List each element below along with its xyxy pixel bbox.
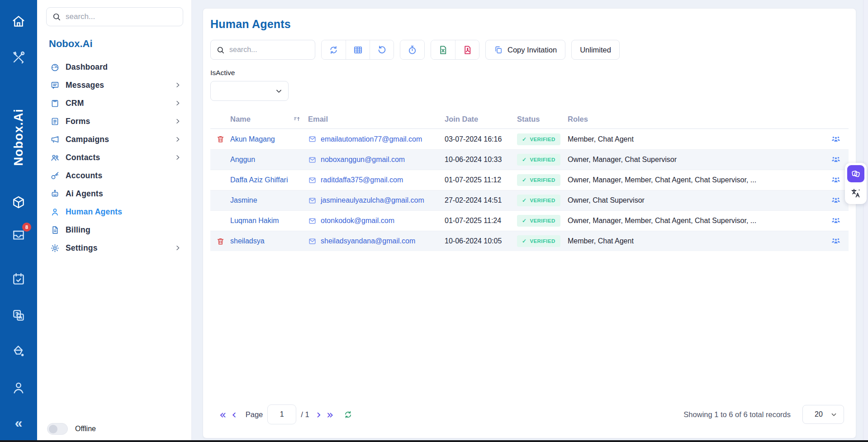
home-icon[interactable] bbox=[10, 13, 27, 30]
status-badge: ✓VERIFIED bbox=[517, 133, 560, 145]
sidebar-item-ai-agents[interactable]: Ai Agents bbox=[46, 185, 183, 203]
next-page-button[interactable]: › bbox=[314, 409, 324, 420]
refresh-button[interactable] bbox=[322, 40, 346, 59]
sidebar-item-dashboard[interactable]: Dashboard bbox=[46, 58, 183, 76]
status-badge: ✓VERIFIED bbox=[517, 195, 560, 206]
mail-icon bbox=[308, 176, 317, 185]
agent-email: jasmineaulyazulcha@gmail.com bbox=[321, 196, 424, 204]
status-badge: ✓VERIFIED bbox=[517, 174, 560, 186]
manage-roles-button[interactable] bbox=[830, 235, 842, 247]
translate-page-button[interactable] bbox=[847, 185, 864, 202]
delete-agent-button[interactable] bbox=[215, 236, 226, 247]
forms-icon bbox=[50, 116, 60, 126]
table-search-input[interactable] bbox=[229, 46, 309, 54]
human-agents-icon bbox=[50, 207, 60, 217]
sidebar-item-label: Contacts bbox=[66, 153, 100, 162]
columns-button[interactable] bbox=[346, 40, 370, 59]
sidebar-item-crm[interactable]: CRM bbox=[46, 94, 183, 112]
column-header-name[interactable]: Name bbox=[230, 115, 308, 124]
sidebar-item-human-agents[interactable]: Human Agents bbox=[46, 203, 183, 221]
sidebar-search[interactable] bbox=[46, 7, 183, 26]
isactive-select[interactable] bbox=[210, 81, 289, 101]
sidebar-item-messages[interactable]: Messages bbox=[46, 76, 183, 94]
agent-name-link[interactable]: Anggun bbox=[230, 156, 255, 163]
page-label: Page bbox=[246, 410, 263, 419]
manage-roles-button[interactable] bbox=[830, 195, 842, 206]
sidebar-item-contacts[interactable]: Contacts bbox=[46, 148, 183, 166]
inbox-icon[interactable]: 8 bbox=[10, 226, 27, 243]
reset-button[interactable] bbox=[370, 40, 394, 59]
collapse-sidebar-icon[interactable]: « bbox=[10, 414, 27, 432]
campaigns-icon bbox=[50, 134, 60, 144]
auto-refresh-button[interactable] bbox=[400, 40, 424, 59]
agent-roles: Owner, Manager, Chat Supervisor bbox=[568, 156, 823, 164]
messages-icon bbox=[50, 80, 60, 90]
page-scrollbar[interactable] bbox=[863, 0, 868, 442]
agent-email: noboxanggun@gmail.com bbox=[321, 156, 405, 164]
agent-name-link[interactable]: Jasmine bbox=[230, 196, 257, 204]
app-widget-button[interactable] bbox=[847, 165, 864, 182]
translate-icon[interactable] bbox=[10, 307, 27, 324]
offline-toggle[interactable] bbox=[47, 423, 68, 435]
app-widget-icon bbox=[850, 168, 861, 179]
sidebar-menu: DashboardMessagesCRMFormsCampaignsContac… bbox=[46, 58, 183, 257]
first-page-button[interactable]: « bbox=[217, 409, 229, 420]
column-header-join-date: Join Date bbox=[445, 115, 517, 124]
crm-icon bbox=[50, 98, 60, 108]
sidebar-item-forms[interactable]: Forms bbox=[46, 112, 183, 130]
agent-name-link[interactable]: Daffa Aziz Ghiffari bbox=[230, 176, 288, 184]
page-size-select[interactable]: 20 bbox=[802, 405, 844, 424]
sidebar-item-label: CRM bbox=[66, 99, 84, 108]
tools-icon[interactable] bbox=[10, 49, 27, 66]
calendar-check-icon[interactable] bbox=[10, 271, 27, 288]
join-date: 03-07-2024 16:16 bbox=[445, 135, 517, 143]
sidebar-item-settings[interactable]: Settings bbox=[46, 239, 183, 257]
delete-agent-button[interactable] bbox=[215, 134, 226, 144]
sidebar-item-label: Billing bbox=[66, 225, 90, 235]
column-header-status: Status bbox=[517, 115, 568, 124]
offline-row: Offline bbox=[47, 423, 96, 435]
sidebar-item-label: Human Agents bbox=[66, 207, 122, 217]
last-page-button[interactable]: » bbox=[324, 409, 336, 420]
unlimited-button[interactable]: Unlimited bbox=[571, 40, 620, 60]
sidebar-item-billing[interactable]: Billing bbox=[46, 221, 183, 239]
sidebar-item-campaigns[interactable]: Campaigns bbox=[46, 130, 183, 148]
ai-agents-icon bbox=[50, 189, 60, 199]
chevron-right-icon bbox=[174, 81, 181, 89]
main-content: Human Agents bbox=[192, 0, 868, 442]
manage-roles-button[interactable] bbox=[830, 215, 842, 227]
prev-page-button[interactable]: ‹ bbox=[229, 409, 239, 420]
floating-side-tools bbox=[845, 163, 867, 204]
toolbar: Copy Invitation Unlimited bbox=[210, 40, 849, 60]
page-number-input[interactable] bbox=[267, 404, 296, 424]
package-icon[interactable] bbox=[10, 194, 27, 211]
isactive-filter: IsActive bbox=[210, 69, 849, 101]
sidebar-item-label: Messages bbox=[66, 81, 104, 90]
table-search[interactable] bbox=[210, 40, 315, 60]
manage-roles-button[interactable] bbox=[830, 174, 842, 186]
pagination-bar: « ‹ Page / 1 › » Showing 1 to 6 of 6 tot… bbox=[210, 404, 849, 430]
agent-name-link[interactable]: sheiladsya bbox=[230, 237, 265, 245]
sort-icon[interactable] bbox=[293, 115, 301, 123]
export-group bbox=[431, 40, 479, 60]
sidebar-search-input[interactable] bbox=[66, 12, 177, 21]
total-pages: / 1 bbox=[301, 410, 309, 419]
join-date: 01-07-2025 11:12 bbox=[445, 176, 517, 184]
pagination-refresh-button[interactable] bbox=[343, 410, 353, 419]
agent-name-link[interactable]: Akun Magang bbox=[230, 135, 275, 143]
export-excel-button[interactable] bbox=[431, 40, 455, 59]
person-icon[interactable] bbox=[10, 379, 27, 396]
agent-roles: Member, Chat Agent bbox=[568, 237, 823, 245]
manage-roles-button[interactable] bbox=[830, 154, 842, 166]
manage-roles-button[interactable] bbox=[830, 133, 842, 145]
column-header-email: Email bbox=[308, 115, 445, 124]
copy-invitation-button[interactable]: Copy Invitation bbox=[485, 40, 565, 60]
sidebar-item-accounts[interactable]: Accounts bbox=[46, 166, 183, 185]
offline-label: Offline bbox=[75, 425, 96, 433]
paint-bucket-icon[interactable] bbox=[10, 342, 27, 360]
agent-name-link[interactable]: Luqman Hakim bbox=[230, 217, 279, 224]
export-pdf-button[interactable] bbox=[455, 40, 479, 59]
agent-email: otonkodok@gmail.com bbox=[321, 217, 394, 225]
rail-brand-vertical: Nobox.Ai bbox=[12, 109, 26, 166]
chevron-right-icon bbox=[174, 244, 181, 252]
